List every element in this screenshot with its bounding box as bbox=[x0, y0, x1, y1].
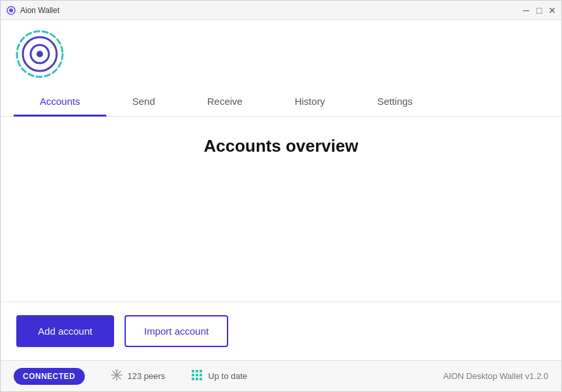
tab-receive[interactable]: Receive bbox=[181, 88, 269, 117]
header bbox=[1, 20, 561, 88]
accounts-list bbox=[1, 169, 561, 301]
connected-badge: CONNECTED bbox=[14, 368, 85, 385]
logo-container bbox=[14, 28, 66, 80]
svg-rect-19 bbox=[196, 378, 198, 380]
svg-rect-20 bbox=[200, 378, 202, 380]
svg-rect-13 bbox=[196, 370, 198, 372]
svg-rect-14 bbox=[200, 370, 202, 372]
svg-point-1 bbox=[9, 8, 13, 12]
peers-icon bbox=[111, 369, 123, 383]
close-button[interactable]: ✕ bbox=[548, 7, 556, 14]
svg-point-5 bbox=[37, 51, 43, 57]
tab-history[interactable]: History bbox=[269, 88, 351, 117]
tab-accounts[interactable]: Accounts bbox=[14, 88, 106, 117]
update-icon bbox=[191, 369, 203, 383]
import-account-button[interactable]: Import account bbox=[125, 315, 228, 347]
svg-rect-12 bbox=[192, 370, 194, 372]
tab-send[interactable]: Send bbox=[106, 88, 181, 117]
svg-rect-18 bbox=[192, 378, 194, 380]
page-title: Accounts overview bbox=[1, 117, 561, 169]
app-title: Aion Wallet bbox=[20, 6, 59, 15]
peers-status: 123 peers bbox=[111, 369, 166, 383]
status-bar: CONNECTED 123 peers bbox=[1, 360, 561, 391]
update-text: Up to date bbox=[208, 371, 247, 381]
app-body: Accounts Send Receive History Settings A… bbox=[1, 20, 561, 391]
svg-rect-15 bbox=[192, 374, 194, 376]
add-account-button[interactable]: Add account bbox=[16, 315, 114, 347]
tab-settings[interactable]: Settings bbox=[351, 88, 439, 117]
window-controls: ─ □ ✕ bbox=[522, 7, 556, 14]
minimize-button[interactable]: ─ bbox=[522, 7, 530, 14]
aion-logo bbox=[14, 28, 66, 80]
app-icon bbox=[6, 5, 16, 16]
peers-count: 123 peers bbox=[128, 371, 166, 381]
version-label: AION Desktop Wallet v1.2.0 bbox=[443, 371, 548, 381]
title-bar-left: Aion Wallet bbox=[6, 5, 59, 16]
title-bar: Aion Wallet ─ □ ✕ bbox=[1, 1, 561, 20]
svg-rect-16 bbox=[196, 374, 198, 376]
nav-tabs: Accounts Send Receive History Settings bbox=[1, 88, 561, 117]
update-status: Up to date bbox=[191, 369, 247, 383]
content-area: Accounts overview Add account Import acc… bbox=[1, 117, 561, 360]
action-buttons: Add account Import account bbox=[1, 301, 561, 360]
maximize-button[interactable]: □ bbox=[535, 7, 543, 14]
svg-rect-17 bbox=[200, 374, 202, 376]
